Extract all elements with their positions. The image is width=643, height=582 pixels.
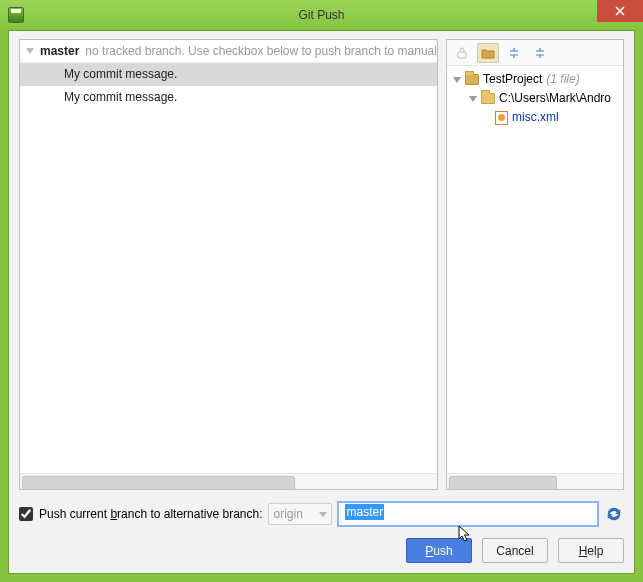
- commit-message: My commit message.: [64, 67, 177, 81]
- svg-rect-0: [458, 52, 466, 58]
- target-branch-value: master: [345, 504, 384, 520]
- file-icon: [495, 111, 508, 125]
- tree-project-row[interactable]: TestProject (1 file): [447, 70, 623, 89]
- remote-combo: origin: [268, 503, 332, 525]
- close-icon: [615, 6, 625, 16]
- push-alternative-checkbox[interactable]: [19, 507, 33, 521]
- tree-folder-row[interactable]: C:\Users\Mark\Andro: [447, 89, 623, 108]
- dialog-buttons: Push Cancel Help: [19, 538, 624, 563]
- alternative-branch-row: Push current branch to alternative branc…: [19, 502, 624, 526]
- commit-row[interactable]: My commit message.: [20, 86, 437, 109]
- group-by-directory-button[interactable]: [477, 43, 499, 63]
- collapse-all-button[interactable]: [529, 43, 551, 63]
- chevron-down-icon: [469, 96, 477, 102]
- folder-icon: [481, 46, 495, 60]
- help-button[interactable]: Help: [558, 538, 624, 563]
- refresh-button[interactable]: [604, 504, 624, 524]
- dialog-window: Git Push master no tracked branch. Use c…: [0, 0, 643, 582]
- chevron-down-icon: [319, 512, 327, 517]
- target-branch-input[interactable]: master: [338, 502, 598, 526]
- branch-header[interactable]: master no tracked branch. Use checkbox b…: [20, 40, 437, 63]
- project-name: TestProject: [483, 71, 542, 88]
- folder-icon: [481, 93, 495, 104]
- titlebar: Git Push: [0, 0, 643, 30]
- expand-all-icon: [507, 46, 521, 60]
- files-pane: TestProject (1 file) C:\Users\Mark\Andro…: [446, 39, 624, 490]
- file-name: misc.xml: [512, 109, 559, 126]
- commit-message: My commit message.: [64, 90, 177, 104]
- commits-pane: master no tracked branch. Use checkbox b…: [19, 39, 438, 490]
- tree-file-row[interactable]: misc.xml: [447, 108, 623, 127]
- cancel-button[interactable]: Cancel: [482, 538, 548, 563]
- close-button[interactable]: [597, 0, 643, 22]
- collapse-all-icon: [533, 46, 547, 60]
- horizontal-scrollbar[interactable]: [20, 473, 437, 489]
- push-alternative-label[interactable]: Push current branch to alternative branc…: [39, 507, 262, 521]
- chevron-down-icon: [453, 77, 461, 83]
- push-button[interactable]: Push: [406, 538, 472, 563]
- remote-name: origin: [273, 507, 302, 521]
- horizontal-scrollbar[interactable]: [447, 473, 623, 489]
- split-panes: master no tracked branch. Use checkbox b…: [19, 39, 624, 490]
- project-file-count: (1 file): [546, 71, 579, 88]
- file-tree[interactable]: TestProject (1 file) C:\Users\Mark\Andro…: [447, 66, 623, 473]
- project-folder-icon: [465, 74, 479, 85]
- commit-row[interactable]: My commit message.: [20, 63, 437, 86]
- commit-list[interactable]: My commit message. My commit message.: [20, 63, 437, 473]
- window-title: Git Push: [0, 8, 643, 22]
- branch-name: master: [40, 44, 79, 58]
- lock-icon: [455, 46, 469, 60]
- expand-all-button[interactable]: [503, 43, 525, 63]
- dialog-content: master no tracked branch. Use checkbox b…: [8, 30, 635, 574]
- chevron-down-icon: [26, 48, 34, 54]
- folder-path: C:\Users\Mark\Andro: [499, 90, 611, 107]
- refresh-icon: [604, 504, 624, 524]
- lock-button: [451, 43, 473, 63]
- files-toolbar: [447, 40, 623, 66]
- branch-note: no tracked branch. Use checkbox below to…: [85, 44, 437, 58]
